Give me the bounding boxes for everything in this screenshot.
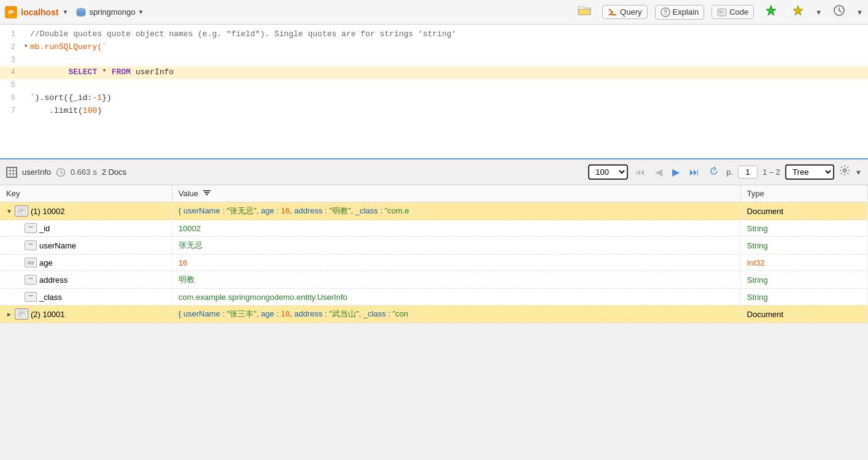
- svg-rect-1: [8, 10, 14, 12]
- table-row: ▼ (1) 10002 { userName : "张无忌", age : 16…: [0, 202, 868, 220]
- string-field-icon: "": [25, 240, 37, 250]
- explain-button[interactable]: ? Explain: [655, 5, 705, 20]
- page-label: p.: [726, 167, 733, 177]
- value-sort-icon[interactable]: [203, 189, 211, 198]
- type-cell: Document: [740, 305, 867, 323]
- collapse-arrow[interactable]: ►: [6, 311, 12, 318]
- db-icon: [76, 7, 87, 18]
- table-row: "" address 明教 String: [0, 271, 868, 289]
- editor-line-7: 7 .limit(100): [0, 105, 868, 118]
- svg-rect-24: [17, 310, 26, 318]
- field-key-label: _class: [39, 293, 62, 302]
- field-value: 明教: [179, 275, 195, 284]
- field-type: String: [747, 275, 768, 285]
- code-button[interactable]: Code: [711, 5, 754, 19]
- svg-rect-2: [8, 12, 14, 13]
- table-row: "" _id 10002 String: [0, 220, 868, 237]
- db-dropdown-arrow[interactable]: ▼: [138, 9, 144, 15]
- collapse-arrow[interactable]: ▼: [6, 208, 12, 215]
- field-key-label: age: [39, 258, 53, 267]
- folder-button[interactable]: [574, 3, 595, 21]
- connection-info: localhost ▼: [5, 6, 68, 18]
- doc-icon: [15, 309, 28, 320]
- key-cell: "" _class: [0, 289, 172, 305]
- svg-rect-17: [203, 190, 211, 191]
- svg-marker-12: [766, 6, 776, 15]
- key-cell: "" userName: [0, 237, 172, 255]
- first-page-button[interactable]: ⏮: [633, 166, 648, 179]
- refresh-button[interactable]: [707, 165, 721, 180]
- value-cell: 10002: [172, 220, 740, 237]
- doc-type: Document: [747, 207, 783, 216]
- field-value: 张无忌: [179, 240, 203, 250]
- string-field-icon: "": [25, 223, 37, 233]
- table-row: "" userName 张无忌 String: [0, 237, 868, 255]
- main-toolbar: localhost ▼ springmongo ▼ Query ? Explai…: [0, 0, 868, 25]
- time-icon: [56, 167, 66, 177]
- value-cell: com.example.springmongodemo.entity.UserI…: [172, 289, 740, 305]
- editor-line-5: 5: [0, 79, 868, 92]
- explain-icon: ?: [661, 7, 670, 17]
- type-cell: Int32: [740, 255, 867, 271]
- value-cell: { userName : "张三丰", age : 18, address : …: [172, 305, 740, 323]
- field-type: String: [747, 293, 768, 302]
- query-time: 0.663 s: [71, 167, 97, 177]
- field-type: Int32: [747, 258, 765, 267]
- svg-rect-19: [206, 194, 208, 195]
- svg-text:?: ?: [663, 9, 667, 16]
- doc-key-label: (2) 10001: [31, 310, 65, 319]
- string-field-icon: "": [25, 292, 37, 302]
- svg-point-16: [843, 169, 847, 172]
- settings-button[interactable]: [839, 165, 850, 179]
- field-type: String: [747, 224, 768, 233]
- collection-name: userInfo: [22, 167, 51, 177]
- field-key-label: address: [39, 275, 68, 285]
- key-cell: "" address: [0, 271, 172, 289]
- header-key: Key: [0, 185, 172, 202]
- svg-rect-18: [204, 192, 209, 193]
- editor-line-3: 3: [0, 54, 868, 67]
- field-value: 16: [179, 258, 187, 267]
- value-cell: 16: [172, 255, 740, 271]
- header-value: Value: [172, 185, 740, 202]
- type-cell: Document: [740, 202, 867, 220]
- history-button[interactable]: [829, 2, 849, 21]
- results-more-arrow[interactable]: ▼: [855, 169, 862, 176]
- prev-page-button[interactable]: ◀: [653, 165, 665, 179]
- table-row: ► (2) 10001 { userName : "张三丰", age : 18…: [0, 305, 868, 323]
- type-cell: String: [740, 289, 867, 305]
- key-cell: i32 age: [0, 255, 172, 271]
- field-key-label: userName: [39, 241, 76, 250]
- doc-icon: [15, 205, 28, 217]
- last-page-button[interactable]: ⏭: [687, 166, 702, 179]
- sql-editor[interactable]: 1 //Double quotes quote object names (e.…: [0, 25, 868, 159]
- field-key-label: _id: [39, 224, 50, 233]
- query-icon: [608, 8, 618, 17]
- favorite-button[interactable]: [788, 2, 808, 21]
- doc-value: { userName :: [179, 309, 227, 318]
- results-toolbar: userInfo 0.663 s 2 Docs 100 50 200 ⏮ ◀ ▶…: [0, 159, 868, 185]
- code-icon: [717, 8, 727, 17]
- header-type: Type: [740, 185, 867, 202]
- value-cell: 张无忌: [172, 237, 740, 255]
- editor-line-1: 1 //Double quotes quote object names (e.…: [0, 28, 868, 41]
- host-dropdown-arrow[interactable]: ▼: [62, 9, 68, 15]
- db-name-label: springmongo: [89, 7, 135, 17]
- svg-rect-3: [8, 13, 12, 14]
- db-selector: springmongo ▼: [76, 7, 144, 18]
- table-header-row: Key Value Type: [0, 185, 868, 202]
- value-cell: 明教: [172, 271, 740, 289]
- history-arrow[interactable]: ▼: [856, 9, 863, 16]
- view-mode-select[interactable]: Tree Table JSON: [785, 164, 834, 180]
- query-button[interactable]: Query: [602, 5, 647, 19]
- table-row: i32 age 16 Int32: [0, 255, 868, 271]
- add-favorite-button[interactable]: [761, 2, 781, 21]
- table-view-icon: [6, 167, 17, 178]
- field-value: 10002: [179, 224, 201, 233]
- host-label: localhost: [21, 7, 58, 17]
- next-page-button[interactable]: ▶: [670, 165, 682, 179]
- page-size-select[interactable]: 100 50 200: [588, 164, 628, 180]
- page-number-input[interactable]: [738, 166, 758, 178]
- favorites-arrow[interactable]: ▼: [815, 9, 822, 16]
- doc-type: Document: [747, 310, 783, 319]
